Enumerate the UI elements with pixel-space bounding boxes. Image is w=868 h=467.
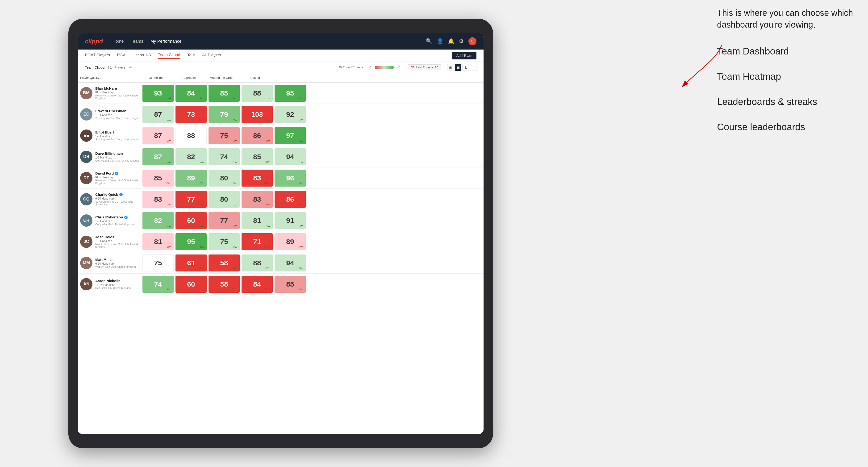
player-details: Charlie Quick✓6-10 HandicapSt. George's … xyxy=(95,192,142,206)
table-row[interactable]: ANAaron Nicholls11-15 HandicapDrift Golf… xyxy=(78,274,484,295)
search-icon[interactable]: 🔍 xyxy=(426,38,432,44)
score-cell-0: 748▲ xyxy=(143,276,174,293)
score-cell-0: 87-3▼ xyxy=(143,127,174,144)
sub-nav-pga[interactable]: PGA xyxy=(117,53,125,59)
score-change: 5▲ xyxy=(299,139,303,142)
player-details: Josh Coles1-5 HandicapRoyal North Devon … xyxy=(95,235,142,248)
player-club: Sunningdale Golf Club, United Kingdom xyxy=(95,138,142,141)
score-value: 82 xyxy=(187,153,195,161)
score-cell-3: 86-6▼ xyxy=(242,127,273,144)
score-change: -2▼ xyxy=(299,246,303,248)
score-value: 81 xyxy=(154,238,162,246)
player-handicap: 1-5 Handicap xyxy=(95,220,142,223)
score-change: 3▲ xyxy=(299,267,303,270)
score-cell-3: 83-6▼ xyxy=(242,191,273,208)
score-change: 4▲ xyxy=(233,267,237,270)
player-rows-container: BMBlair McHargPlus HandicapRoyal North D… xyxy=(78,83,484,295)
score-cell-1: 897▲ xyxy=(176,169,207,187)
bell-icon[interactable]: 🔔 xyxy=(448,38,454,44)
player-handicap: 1-5 Handicap xyxy=(95,135,142,138)
annotation-course-leaderboards: Course leaderboards xyxy=(717,121,854,133)
score-cell-0: 75 xyxy=(143,254,174,272)
score-value: 87 xyxy=(154,132,162,139)
avatar[interactable]: U xyxy=(468,37,476,45)
score-value: 87 xyxy=(154,153,162,161)
score-cell-1: 60-1▼ xyxy=(176,276,207,293)
score-cell-3: 84-21▼ xyxy=(242,276,273,293)
settings-icon[interactable]: ⚙ xyxy=(459,38,464,44)
table-row[interactable]: DFDavid Ford✓Plus HandicapRoyal North De… xyxy=(78,167,484,189)
sub-nav-pgat[interactable]: PGAT Players xyxy=(85,53,110,59)
table-row[interactable]: CQCharlie Quick✓6-10 HandicapSt. George'… xyxy=(78,189,484,210)
player-name: Edward Crossman xyxy=(95,109,142,113)
score-value: 61 xyxy=(187,259,195,267)
player-handicap: 1-5 Handicap xyxy=(95,239,142,243)
player-info-cell: BMBlair McHargPlus HandicapRoyal North D… xyxy=(80,85,142,102)
score-change: 4▲ xyxy=(167,161,171,163)
score-value: 71 xyxy=(253,238,261,246)
player-name: Matt Miller xyxy=(95,257,142,261)
table-row[interactable]: EEElliot Ebert1-5 HandicapSunningdale Go… xyxy=(78,125,484,146)
score-cell-1: 846▲ xyxy=(176,85,207,102)
table-row[interactable]: JCJosh Coles1-5 HandicapRoyal North Devo… xyxy=(78,231,484,252)
sub-nav-tour[interactable]: Tour xyxy=(187,53,195,59)
score-change: 8▲ xyxy=(200,246,204,248)
score-change: 8▲ xyxy=(233,97,237,100)
table-view-button[interactable]: ▦ xyxy=(455,64,461,71)
score-cell-2: 584▲ xyxy=(209,254,240,272)
score-cell-3: 814▲ xyxy=(242,212,273,229)
nav-my-performance[interactable]: My Performance xyxy=(151,39,182,44)
user-icon[interactable]: 👤 xyxy=(437,38,443,44)
score-cell-2: 799▲ xyxy=(209,106,240,123)
score-cell-1: 824▲ xyxy=(176,148,207,165)
nav-home[interactable]: Home xyxy=(113,39,124,44)
score-value: 89 xyxy=(286,238,294,246)
nav-teams[interactable]: Teams xyxy=(131,39,144,44)
score-cell-4: 975▲ xyxy=(275,127,306,144)
score-value: 94 xyxy=(286,259,294,267)
score-change: 15▲ xyxy=(265,118,270,121)
player-handicap: 1-5 Handicap xyxy=(95,114,142,117)
score-value: 95 xyxy=(187,238,195,246)
player-name: Charlie Quick✓ xyxy=(95,192,142,196)
list-view-button[interactable]: ♟ xyxy=(462,64,469,71)
score-cell-3: 10315▲ xyxy=(242,106,273,123)
score-value: 97 xyxy=(286,132,294,139)
score-change: -2▼ xyxy=(266,267,270,270)
score-change: -3▼ xyxy=(166,246,171,248)
team-count: | 14 Players xyxy=(108,66,125,69)
score-cell-4: 963▲ xyxy=(275,169,306,187)
add-team-button[interactable]: Add Team xyxy=(452,52,476,59)
player-details: Elliot Ebert1-5 HandicapSunningdale Golf… xyxy=(95,130,142,141)
score-value: 95 xyxy=(286,89,294,97)
edit-icon[interactable]: ✏ xyxy=(129,65,132,69)
download-button[interactable]: ↓ xyxy=(470,64,476,71)
table-row[interactable]: DBDave Billingham1-5 HandicapGog Magog G… xyxy=(78,146,484,167)
score-change: -3▼ xyxy=(166,182,171,185)
annotation-team-dashboard: Team Dashboard xyxy=(717,45,854,57)
sub-nav-hcaps[interactable]: Hcaps 1-5 xyxy=(132,53,151,59)
player-name: Josh Coles xyxy=(95,235,142,239)
score-change: -10▼ xyxy=(264,182,270,185)
player-details: Blair McHargPlus HandicapRoyal North Dev… xyxy=(95,86,142,100)
grid-view-button[interactable]: ⊞ xyxy=(447,64,454,71)
score-cell-4: 943▲ xyxy=(275,254,306,272)
neg-change: -5 xyxy=(369,66,371,69)
sub-nav-all-players[interactable]: All Players xyxy=(202,53,221,59)
player-info-cell: DFDavid Ford✓Plus HandicapRoyal North De… xyxy=(80,169,142,187)
table-row[interactable]: BMBlair McHargPlus HandicapRoyal North D… xyxy=(78,83,484,104)
sub-nav-team-clippd[interactable]: Team Clippd xyxy=(158,53,181,59)
table-row[interactable]: MMMatt Miller6-10 HandicapWoburn Golf Cl… xyxy=(78,252,484,274)
score-change: 1▲ xyxy=(299,161,303,163)
score-change: -1▼ xyxy=(266,97,270,100)
annotation-team-heatmap: Team Heatmap xyxy=(717,70,854,83)
player-name: Chris Robertson✓ xyxy=(95,215,142,219)
heatmap-bar xyxy=(375,66,394,69)
score-change: 3▲ xyxy=(233,182,237,185)
table-row[interactable]: ECEdward Crossman1-5 HandicapSunningdale… xyxy=(78,104,484,125)
player-name: Elliot Ebert xyxy=(95,130,142,134)
score-cell-0: 93+9 xyxy=(143,85,174,102)
last-rounds-button[interactable]: 📅 Last Rounds: 20 xyxy=(408,64,441,70)
score-change: -3▼ xyxy=(232,139,237,142)
table-row[interactable]: CRChris Robertson✓1-5 HandicapCraigmilla… xyxy=(78,210,484,231)
